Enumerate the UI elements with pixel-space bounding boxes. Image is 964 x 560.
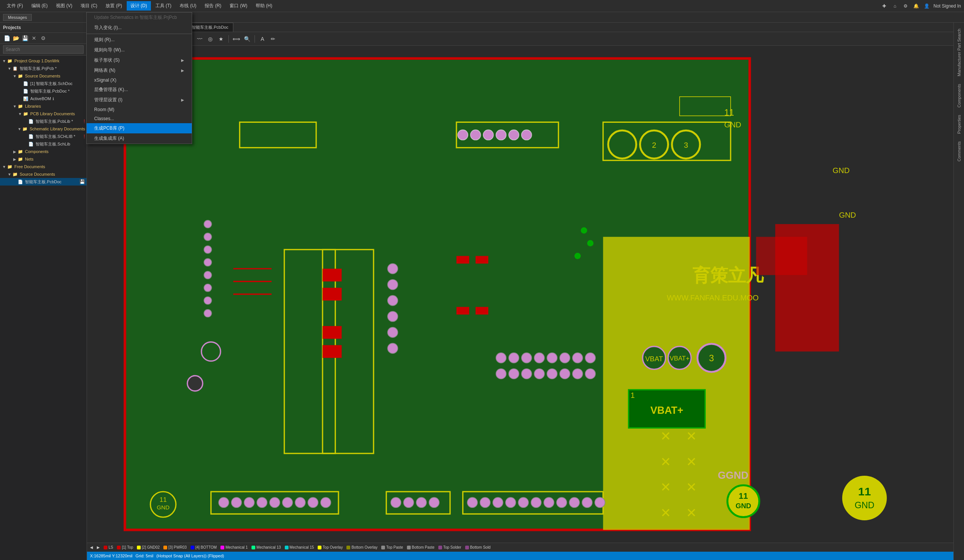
layer-mech15[interactable]: Mechanical 15 bbox=[283, 545, 316, 550]
menu-item-make-pcb-lib[interactable]: 生成PCB库 (P) bbox=[86, 123, 192, 133]
expand-arrow-nets[interactable]: ▶ bbox=[12, 157, 17, 161]
menu-tools[interactable]: 工具 (T) bbox=[151, 1, 176, 11]
zoom-btn[interactable]: 🔍 bbox=[243, 34, 251, 44]
layer-bot-paste[interactable]: Bottom Paste bbox=[405, 545, 436, 550]
expand-arrow-libraries[interactable]: ▼ bbox=[12, 104, 17, 109]
search-input[interactable] bbox=[3, 45, 83, 54]
expand-arrow-free[interactable]: ▼ bbox=[2, 165, 7, 169]
save-icon[interactable]: 💾 bbox=[21, 34, 29, 42]
layer-prev[interactable]: ◀ bbox=[88, 545, 94, 550]
tree-item-sch-lib-docs[interactable]: ▼ 📁 Schematic Library Documents bbox=[0, 125, 86, 133]
layer-mech15-label: Mechanical 15 bbox=[290, 545, 314, 549]
tree-item-project-group[interactable]: ▼ 📁 Project Group 1.DsnWrk bbox=[0, 57, 86, 65]
menu-item-board-shape[interactable]: 板子形状 (S) ▶ bbox=[86, 55, 192, 65]
close-icon[interactable]: ✕ bbox=[30, 34, 38, 42]
expand-arrow-source[interactable]: ▼ bbox=[12, 74, 17, 78]
tree-item-nets[interactable]: ▶ 📁 Nets bbox=[0, 155, 86, 163]
tree-item-pcbdoc[interactable]: ▶ 📄 智能车主板.PcbDoc * bbox=[0, 87, 86, 95]
menu-window[interactable]: 窗口 (W) bbox=[226, 1, 251, 11]
via-btn[interactable]: ◎ bbox=[206, 34, 215, 44]
menu-route[interactable]: 布线 (U) bbox=[176, 1, 200, 11]
menu-design[interactable]: 设计 (D) bbox=[127, 1, 151, 11]
expand-arrow-project-group[interactable]: ▼ bbox=[2, 59, 7, 63]
layer-2-gnd[interactable]: [2] GND02 bbox=[135, 545, 161, 550]
menu-item-import-changes[interactable]: 导入变化 (I)... bbox=[86, 23, 192, 33]
layer-prev-arrow[interactable]: ◀ bbox=[90, 545, 93, 549]
tree-item-schlib[interactable]: ▶ 📄 智能车主板.SchLib bbox=[0, 140, 86, 148]
add-icon[interactable]: ✚ bbox=[881, 2, 888, 10]
tree-item-free-source[interactable]: ▼ 📁 Source Documents bbox=[0, 170, 86, 178]
pen-btn[interactable]: ✏ bbox=[269, 34, 278, 44]
menu-reports[interactable]: 报告 (R) bbox=[201, 1, 225, 11]
layer-bot-sold[interactable]: Bottom Sold bbox=[464, 545, 492, 550]
settings-panel-icon[interactable]: ⚙ bbox=[39, 34, 47, 42]
tab-pcbdoc[interactable]: 智能车主板.PcbDoc bbox=[187, 23, 233, 32]
menu-file[interactable]: 文件 (F) bbox=[3, 1, 27, 11]
menu-item-room[interactable]: Room (M) bbox=[86, 105, 192, 114]
layer-mech13[interactable]: Mechanical 13 bbox=[250, 545, 282, 550]
layer-ls[interactable]: LS bbox=[102, 545, 115, 550]
menu-view[interactable]: 视图 (V) bbox=[52, 1, 76, 11]
menu-item-rules-wizard[interactable]: 规则向导 (W)... bbox=[86, 45, 192, 55]
menu-place[interactable]: 放置 (P) bbox=[102, 1, 125, 11]
layer-1-top[interactable]: [1] Top bbox=[116, 545, 135, 550]
layer-top-overlay[interactable]: Top Overlay bbox=[316, 545, 344, 550]
new-project-icon[interactable]: 📄 bbox=[3, 34, 11, 42]
tree-item-smart-car-prj[interactable]: ▼ 📋 智能车主板.PrjPcb * bbox=[0, 65, 86, 72]
expand-arrow-components[interactable]: ▶ bbox=[12, 149, 17, 154]
settings-icon[interactable]: ⚙ bbox=[902, 2, 909, 10]
measure-btn[interactable]: ⟺ bbox=[232, 34, 241, 44]
tree-item-activebom[interactable]: ▶ 📊 ActiveBOM ℹ bbox=[0, 95, 86, 102]
notifications-icon[interactable]: 🔔 bbox=[912, 2, 920, 10]
menu-item-rules[interactable]: 规则 (R)... bbox=[86, 35, 192, 45]
menu-item-classes[interactable]: Classes... bbox=[86, 114, 192, 123]
manufacturer-part-search-tab[interactable]: Manufacturer Part Search bbox=[955, 26, 963, 80]
comments-tab[interactable]: Comments bbox=[955, 138, 963, 164]
layer-bot-overlay[interactable]: Bottom Overlay bbox=[345, 545, 379, 550]
layer-next-arrow[interactable]: ▶ bbox=[97, 545, 100, 549]
star-btn[interactable]: ★ bbox=[216, 34, 225, 44]
tree-item-free-docs[interactable]: ▼ 📁 Free Documents bbox=[0, 163, 86, 170]
layer-4-bottom-label: [4] BOTTOM bbox=[195, 545, 217, 549]
layer-3-pwr[interactable]: [3] PWR03 bbox=[162, 545, 188, 550]
tree-item-pcblib[interactable]: ▶ 📄 智能车主板.PcbLib * ! bbox=[0, 117, 86, 125]
svg-rect-51 bbox=[322, 288, 342, 301]
open-project-icon[interactable]: 📂 bbox=[12, 34, 20, 42]
menu-item-manage-layers[interactable]: 管理层设置 (I) ▶ bbox=[86, 95, 192, 105]
grid-display: Grid: 5mil bbox=[135, 554, 153, 558]
expand-arrow-pcb-lib[interactable]: ▼ bbox=[17, 112, 23, 116]
menu-item-make-integrated-lib[interactable]: 生成集成库 (A) bbox=[86, 133, 192, 144]
expand-arrow-free-source[interactable]: ▼ bbox=[7, 172, 12, 177]
tree-item-libraries[interactable]: ▼ 📁 Libraries bbox=[0, 102, 86, 110]
menu-help[interactable]: 帮助 (H) bbox=[252, 1, 276, 11]
menu-item-xsignal[interactable]: xSignal (X) bbox=[86, 76, 192, 84]
tree-item-free-pcbdoc[interactable]: ▶ 📄 智能车主板.PcbDoc 💾 bbox=[0, 178, 86, 185]
menu-item-netlist[interactable]: 网络表 (N) ▶ bbox=[86, 65, 192, 76]
tree-item-pcb-lib-docs[interactable]: ▼ 📁 PCB Library Documents bbox=[0, 110, 86, 117]
layer-mech1[interactable]: Mechanical 1 bbox=[219, 545, 249, 550]
text-btn[interactable]: A bbox=[258, 34, 267, 44]
layer-top-paste[interactable]: Top Paste bbox=[380, 545, 404, 550]
free-source-label: Source Documents bbox=[20, 172, 55, 177]
components-tab[interactable]: Components bbox=[955, 81, 963, 110]
expand-arrow-smart-car[interactable]: ▼ bbox=[7, 67, 12, 71]
trace-btn[interactable]: 〰 bbox=[195, 34, 204, 44]
messages-button[interactable]: Messages bbox=[3, 14, 32, 21]
layer-top-solder[interactable]: Top Solder bbox=[437, 545, 463, 550]
properties-tab[interactable]: Properties bbox=[955, 112, 963, 137]
tree-item-components[interactable]: ▶ 📁 Components bbox=[0, 148, 86, 155]
pcb-canvas[interactable]: 2 3 bbox=[87, 46, 953, 543]
svg-point-100 bbox=[467, 497, 478, 508]
menu-project[interactable]: 项目 (C) bbox=[77, 1, 101, 11]
tree-item-source-docs[interactable]: ▼ 📁 Source Documents bbox=[0, 72, 86, 80]
tree-item-schlib-mod[interactable]: ▶ 📄 智能车主板.SCHLIB * ! bbox=[0, 133, 86, 140]
menu-edit[interactable]: 编辑 (E) bbox=[28, 1, 51, 11]
home-icon[interactable]: ⌂ bbox=[891, 2, 899, 10]
layer-4-bottom[interactable]: [4] BOTTOM bbox=[189, 545, 218, 550]
menu-item-update-sch[interactable]: Update Schematics in 智能车主板.PrjPcb bbox=[86, 13, 192, 23]
menu-item-layer-stack[interactable]: 层叠管理器 (K)... bbox=[86, 84, 192, 95]
account-icon[interactable]: 👤 bbox=[923, 2, 930, 10]
layer-next[interactable]: ▶ bbox=[95, 545, 101, 550]
expand-arrow-sch-lib[interactable]: ▼ bbox=[17, 127, 22, 131]
tree-item-schdoc[interactable]: ▶ 📄 [1] 智能车主板.SchDoc bbox=[0, 80, 86, 87]
